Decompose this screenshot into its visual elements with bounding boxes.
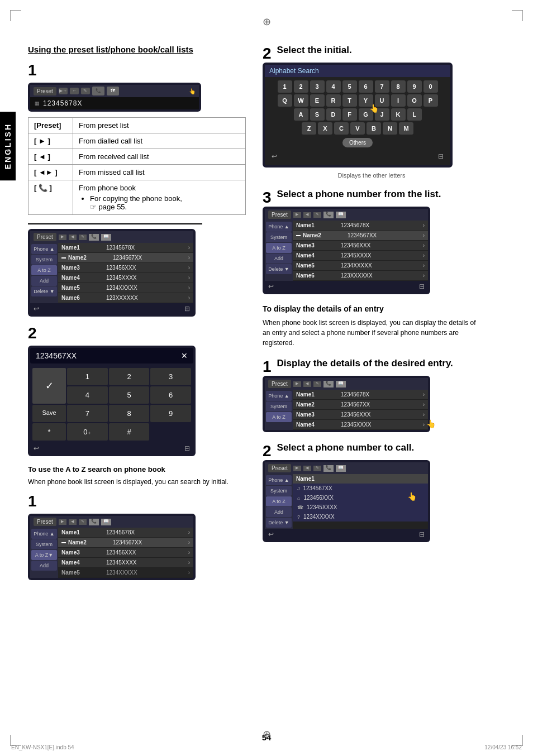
alpha-key[interactable]: Z — [302, 122, 316, 135]
list-item[interactable]: Name5 1234XXXXX › — [58, 568, 193, 577]
2b-sb-system[interactable]: System — [266, 486, 292, 496]
key-hash[interactable]: # — [109, 423, 150, 441]
alpha-key[interactable]: A — [294, 108, 308, 121]
list-item[interactable]: Name5 1234XXXXX › — [58, 283, 193, 293]
alpha-key[interactable]: T — [342, 94, 357, 107]
alpha-key[interactable]: S — [310, 108, 325, 121]
1c-sb-system[interactable]: System — [266, 401, 292, 412]
alpha-key[interactable]: 0 — [423, 80, 438, 93]
alpha-key[interactable]: R — [326, 94, 341, 107]
alpha-key[interactable]: 1 — [278, 80, 292, 93]
list-item[interactable]: Name4 12345XXXX › — [58, 273, 193, 283]
preset-button[interactable]: Preset — [34, 87, 56, 95]
sb-add[interactable]: Add — [31, 561, 57, 571]
sidebar-delete-btn[interactable]: Delete ▼ — [31, 286, 57, 296]
list-item[interactable]: Name3 123456XXX › — [293, 241, 428, 250]
list-item[interactable]: Name1 12345678X › — [58, 528, 193, 537]
key-star[interactable]: * — [32, 423, 66, 441]
list-item[interactable]: Name5 1234XXXXX › — [293, 261, 428, 270]
alpha-key[interactable]: V — [350, 122, 365, 135]
list-item[interactable]: Name6 123XXXXXX › — [58, 293, 193, 303]
expanded-number-row[interactable]: ☎ 12345XXXX — [293, 503, 428, 512]
1c-sb-phone[interactable]: Phone ▲ — [266, 391, 292, 401]
alpha-key[interactable]: D — [326, 108, 341, 121]
checkmark-key[interactable]: ✓ — [32, 368, 66, 404]
sidebar-phone-btn[interactable]: Phone ▲ — [31, 244, 57, 254]
key-3[interactable]: 3 — [150, 368, 191, 385]
alpha-key[interactable]: 7 — [375, 80, 389, 93]
list-item[interactable]: Name3 123456XXX › — [58, 548, 193, 557]
alpha-key[interactable]: 8 — [391, 80, 406, 93]
alpha-key[interactable]: X — [318, 122, 332, 135]
sidebar-add-btn[interactable]: Add — [31, 276, 57, 286]
list-item[interactable]: Name3 123456XXX › — [58, 263, 193, 272]
list-item[interactable]: Name4 12345XXXX › — [293, 251, 428, 260]
alpha-key[interactable]: N — [383, 122, 397, 135]
list-item[interactable]: Name2 1234567XX › — [293, 400, 428, 409]
list-item[interactable]: Name6 123XXXXXX › — [293, 271, 428, 280]
preset-btn-1c[interactable]: Preset — [268, 380, 291, 388]
alpha-key[interactable]: 5 — [342, 80, 357, 93]
sb-phone[interactable]: Phone ▲ — [31, 529, 57, 539]
alpha-key[interactable]: F — [342, 108, 357, 121]
r3-sb-delete[interactable]: Delete ▼ — [266, 264, 292, 274]
expanded-number-row[interactable]: ⌂ 123456XXX 👆 — [293, 493, 428, 503]
key-5[interactable]: 5 — [109, 386, 150, 404]
2b-sb-phone[interactable]: Phone ▲ — [266, 475, 292, 485]
r3-sb-phone[interactable]: Phone ▲ — [266, 222, 292, 232]
list-item[interactable]: Name1 12345678X › — [293, 221, 428, 230]
alpha-key[interactable]: 6 — [359, 80, 373, 93]
list-item[interactable]: Name4 12345XXXX › — [58, 558, 193, 567]
alpha-key[interactable]: M — [399, 122, 413, 135]
others-button[interactable]: Others — [342, 138, 373, 147]
list-item[interactable]: Name2 1234567XX › — [293, 231, 428, 240]
alpha-key[interactable]: P — [423, 94, 438, 107]
list-item[interactable]: Name1 12345678X › — [58, 243, 193, 252]
key-9[interactable]: 9 — [150, 405, 191, 422]
list-item[interactable]: Name4 12345XXXX › 👆 — [293, 420, 428, 429]
alpha-key[interactable]: W — [294, 94, 308, 107]
list-item[interactable]: Name3 123456XXX › — [293, 410, 428, 419]
1c-sb-atoz[interactable]: A to Z — [266, 412, 292, 422]
key-7[interactable]: 7 — [67, 405, 108, 422]
alpha-key[interactable]: Q — [278, 94, 292, 107]
sb-atoz[interactable]: A to Z▼ — [31, 550, 57, 560]
2b-sb-add[interactable]: Add — [266, 507, 292, 517]
alpha-key[interactable]: I — [391, 94, 406, 107]
r3-sb-add[interactable]: Add — [266, 253, 292, 264]
list-item[interactable]: Name1 12345678X › — [293, 390, 428, 399]
alpha-key[interactable]: E — [310, 94, 325, 107]
save-btn[interactable]: Save — [32, 405, 66, 422]
alpha-key[interactable]: 4 — [326, 80, 341, 93]
r3-sb-atoz[interactable]: A to Z — [266, 243, 292, 253]
r3-sb-system[interactable]: System — [266, 232, 292, 242]
sb-system[interactable]: System — [31, 539, 57, 549]
preset-btn-2[interactable]: Preset — [34, 233, 56, 241]
list-item[interactable]: Name2 1234567XX › — [58, 253, 193, 262]
alpha-key[interactable]: 3 — [310, 80, 325, 93]
alpha-key[interactable]: C — [334, 122, 349, 135]
sidebar-atoz-btn[interactable]: A to Z — [31, 265, 57, 275]
2b-sb-atoz[interactable]: A to Z — [266, 496, 292, 506]
clear-button[interactable]: ✕ — [181, 351, 188, 360]
preset-btn-2b[interactable]: Preset — [268, 464, 291, 472]
alpha-key[interactable]: B — [367, 122, 381, 135]
sidebar-system-btn[interactable]: System — [31, 255, 57, 265]
key-8[interactable]: 8 — [109, 405, 150, 422]
preset-btn-3[interactable]: Preset — [34, 518, 56, 526]
alpha-key[interactable]: G 👆 — [359, 108, 373, 121]
key-2[interactable]: 2 — [109, 368, 150, 385]
alpha-key[interactable]: 2 — [294, 80, 308, 93]
alpha-key[interactable]: O — [407, 94, 422, 107]
key-6[interactable]: 6 — [150, 386, 191, 404]
alpha-key[interactable]: K — [391, 108, 406, 121]
key-1[interactable]: 1 — [67, 368, 108, 385]
2b-sb-delete[interactable]: Delete ▼ — [266, 518, 292, 528]
expanded-number-row[interactable]: ? 1234XXXXX — [293, 512, 428, 521]
preset-btn-r3[interactable]: Preset — [268, 210, 291, 219]
alpha-key[interactable]: 9 — [407, 80, 422, 93]
list-item[interactable]: Name2 1234567XX › — [58, 538, 193, 547]
key-0[interactable]: 0₊ — [67, 423, 108, 441]
alpha-key[interactable]: L — [407, 108, 422, 121]
key-4[interactable]: 4 — [67, 386, 108, 404]
